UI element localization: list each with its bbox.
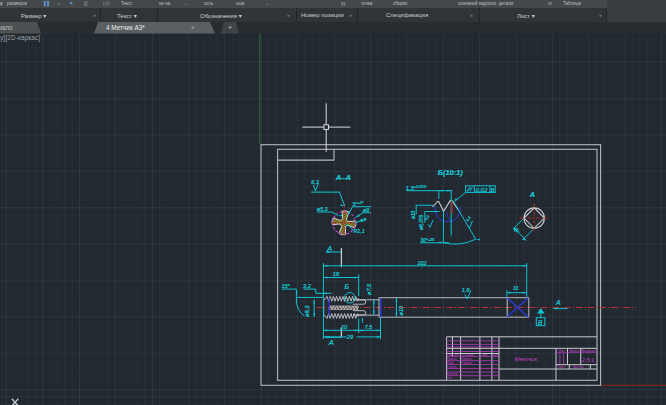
svg-text:29: 29 [346,334,353,340]
svg-text:Лист: Лист [558,365,566,369]
svg-text:11: 11 [513,285,519,291]
svg-text:7,5: 7,5 [364,323,373,329]
svg-text:2,5:1: 2,5:1 [581,357,594,363]
svg-text:ø8,376: ø8,376 [419,214,424,229]
svg-text:6,3: 6,3 [466,215,472,221]
svg-text:А: А [555,299,561,306]
svg-text:ø10: ø10 [411,210,416,219]
svg-text:6,3: 6,3 [311,179,319,185]
svg-text:Т.контр.: Т.контр. [447,365,457,369]
svg-text:6,3: 6,3 [360,216,368,223]
svg-text:3,2: 3,2 [303,283,312,289]
svg-text:30°+25′: 30°+25′ [420,236,435,242]
svg-text:ø10: ø10 [398,304,404,315]
svg-text:Утв.: Утв. [447,375,453,379]
svg-text:Лит.: Лит. [559,348,565,352]
svg-text:Листов: Листов [572,365,583,369]
svg-text:А: А [529,190,535,199]
svg-text:В: В [491,186,495,192]
svg-text:Б(10:1): Б(10:1) [438,168,463,177]
svg-text:ø5,3: ø5,3 [317,206,328,212]
svg-text:ø8,3: ø8,3 [304,304,310,316]
svg-text:Б: Б [345,282,350,289]
svg-text:Дата: Дата [492,353,499,357]
svg-text:А: А [328,338,334,347]
svg-text:Петров: Петров [462,361,472,365]
svg-text:18: 18 [333,271,340,277]
svg-text:ø7,5: ø7,5 [366,282,372,294]
svg-text:R1,1: R1,1 [353,228,364,234]
svg-text:Подп.: Подп. [481,353,489,357]
svg-text:8: 8 [514,226,521,233]
svg-text:20: 20 [340,323,348,329]
svg-text:Метчик: Метчик [515,356,539,362]
svg-text:102: 102 [417,259,427,265]
svg-text:В: В [538,318,543,325]
svg-text:15°: 15° [281,283,290,289]
svg-text:А–А: А–А [335,172,351,181]
svg-text:Масса: Масса [569,348,579,352]
svg-text:Масштаб: Масштаб [582,348,596,352]
svg-text:А: А [326,243,332,252]
svg-text:ø9: ø9 [363,206,369,212]
svg-text:1,6: 1,6 [462,287,471,293]
svg-text:1,5+0,010: 1,5+0,010 [406,184,427,191]
svg-text:0.02: 0.02 [476,186,488,192]
